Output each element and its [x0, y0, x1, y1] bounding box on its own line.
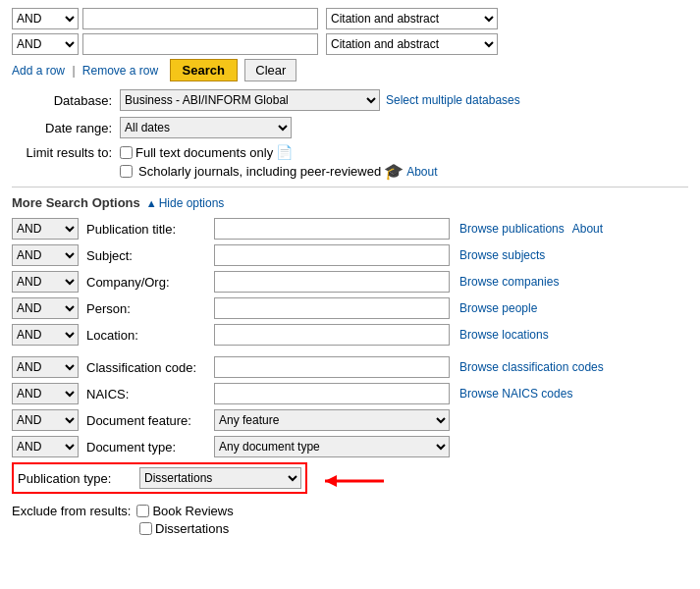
company-label: Company/Org: [82, 275, 210, 290]
remove-row-link[interactable]: Remove a row [82, 64, 158, 78]
naics-operator[interactable]: ANDORNOT [12, 383, 79, 404]
full-text-icon: 📄 [276, 144, 293, 160]
browse-locations-link[interactable]: Browse locations [459, 328, 549, 342]
pub-title-label: Publication title: [82, 222, 210, 237]
scholarly-text: Scholarly journals, including peer-revie… [138, 164, 381, 179]
exclude-book-reviews-checkbox[interactable] [136, 505, 149, 517]
date-range-row: Date range: All dates Last year Last 5 y… [12, 117, 688, 138]
location-row: ANDORNOT Location: Browse locations [12, 324, 688, 346]
more-options-bar: More Search Options ▲ Hide options [12, 195, 688, 210]
field-select-2[interactable]: Citation and abstract Title Abstract Aut… [326, 33, 498, 55]
limit-results-label: Limit results to: [12, 145, 120, 160]
subject-row: ANDORNOT Subject: Browse subjects [12, 244, 688, 266]
pub-type-label: Publication type: [18, 471, 135, 486]
exclude-dissertations-checkbox[interactable] [139, 522, 152, 535]
pub-type-select[interactable]: All publication types Books Dissertation… [139, 467, 301, 489]
search-button[interactable]: Search [170, 59, 238, 81]
doc-feature-select[interactable]: Any feature Charts Tables Graphs Images [214, 409, 450, 431]
exclude-label: Exclude from results: [12, 504, 131, 518]
hide-options-link[interactable]: ▲ Hide options [146, 196, 225, 210]
scholarly-checkbox[interactable] [120, 165, 133, 178]
database-label: Database: [12, 93, 120, 108]
date-range-select[interactable]: All dates Last year Last 5 years Last 10… [120, 117, 292, 138]
person-input[interactable] [214, 297, 450, 319]
location-operator[interactable]: ANDORNOT [12, 324, 79, 346]
scholarly-label[interactable]: Scholarly journals, including peer-revie… [120, 162, 438, 181]
company-input[interactable] [214, 271, 450, 293]
pub-type-box: Publication type: All publication types … [12, 462, 307, 494]
location-label: Location: [82, 328, 210, 343]
pub-type-container: Publication type: All publication types … [12, 462, 688, 499]
browse-people-link[interactable]: Browse people [459, 301, 537, 315]
row-action-separator: | [72, 64, 75, 78]
naics-input[interactable] [214, 383, 450, 404]
classification-label: Classification code: [82, 360, 210, 375]
location-input[interactable] [214, 324, 450, 346]
browse-naics-link[interactable]: Browse NAICS codes [459, 387, 572, 401]
more-options-label: More Search Options [12, 195, 140, 210]
person-operator[interactable]: ANDORNOT [12, 297, 79, 319]
svg-marker-1 [325, 475, 337, 487]
browse-classification-link[interactable]: Browse classification codes [459, 360, 604, 374]
doc-feature-label: Document feature: [82, 413, 210, 428]
exclude-book-reviews-text: Book Reviews [152, 504, 233, 518]
limit-label-row: Limit results to: Full text documents on… [12, 144, 688, 160]
search-input-1[interactable] [82, 8, 318, 29]
pub-title-operator[interactable]: ANDORNOT [12, 218, 79, 240]
exclude-dissertations-text: Dissertations [155, 521, 229, 536]
pub-title-input[interactable] [214, 218, 450, 240]
naics-label: NAICS: [82, 387, 210, 402]
full-text-checkbox[interactable] [120, 146, 133, 159]
red-arrow-icon [315, 467, 404, 495]
exclude-book-reviews-label[interactable]: Book Reviews [136, 504, 233, 518]
pub-title-about-link[interactable]: About [572, 222, 603, 236]
database-row: Database: Business - ABI/INFORM Global S… [12, 89, 688, 111]
scholarly-row: Scholarly journals, including peer-revie… [120, 162, 688, 181]
clear-button[interactable]: Clear [244, 59, 296, 81]
scholarly-cap-icon: 🎓 [384, 162, 404, 181]
classification-operator[interactable]: ANDORNOT [12, 356, 79, 378]
row-actions-bar: Add a row document.querySelector('[data-… [12, 59, 688, 81]
pub-title-row: ANDORNOT Publication title: Browse publi… [12, 218, 688, 240]
exclude-dissertations-row: Dissertations [139, 521, 688, 536]
classification-row: ANDORNOT Classification code: Browse cla… [12, 356, 688, 378]
search-input-2[interactable] [82, 33, 318, 55]
doc-feature-row: ANDORNOT Document feature: Any feature C… [12, 409, 688, 431]
database-select[interactable]: Business - ABI/INFORM Global Science Hea… [120, 89, 380, 111]
field-select-1[interactable]: Citation and abstract Title Abstract Aut… [326, 8, 498, 29]
exclude-dissertations-label[interactable]: Dissertations [139, 521, 229, 536]
hide-options-text: Hide options [159, 196, 225, 210]
classification-input[interactable] [214, 356, 450, 378]
date-range-label: Date range: [12, 121, 120, 135]
doc-type-row: ANDORNOT Document type: Any document typ… [12, 436, 688, 457]
naics-row: ANDORNOT NAICS: Browse NAICS codes [12, 383, 688, 404]
subject-label: Subject: [82, 248, 210, 263]
full-text-text: Full text documents only [135, 145, 273, 160]
search-row-2: AND OR NOT Citation and abstract Title A… [12, 33, 688, 55]
person-row: ANDORNOT Person: Browse people [12, 297, 688, 319]
browse-publications-link[interactable]: Browse publications [459, 222, 565, 236]
select-multiple-databases-link[interactable]: Select multiple databases [386, 93, 520, 107]
operator-select-2[interactable]: AND OR NOT [12, 33, 79, 55]
limit-results-section: Limit results to: Full text documents on… [12, 144, 688, 181]
doc-type-label: Document type: [82, 440, 210, 455]
exclude-section: Exclude from results: Book Reviews Disse… [12, 504, 688, 536]
subject-input[interactable] [214, 244, 450, 266]
company-row: ANDORNOT Company/Org: Browse companies [12, 271, 688, 293]
browse-subjects-link[interactable]: Browse subjects [459, 248, 545, 262]
doc-feature-operator[interactable]: ANDORNOT [12, 409, 79, 431]
operator-select-1[interactable]: AND OR NOT [12, 8, 79, 29]
search-row-1: AND OR NOT Citation and abstract Title A… [12, 8, 688, 29]
scholarly-about-link[interactable]: About [406, 165, 437, 179]
person-label: Person: [82, 301, 210, 316]
add-row-link[interactable]: Add a row [12, 64, 65, 78]
doc-type-select[interactable]: Any document type Article Book Conferenc… [214, 436, 450, 457]
browse-companies-link[interactable]: Browse companies [459, 275, 559, 289]
exclude-row: Exclude from results: Book Reviews [12, 504, 688, 518]
subject-operator[interactable]: ANDORNOT [12, 244, 79, 266]
caret-up-icon: ▲ [146, 197, 157, 209]
doc-type-operator[interactable]: ANDORNOT [12, 436, 79, 457]
full-text-label[interactable]: Full text documents only 📄 [120, 144, 293, 160]
company-operator[interactable]: ANDORNOT [12, 271, 79, 293]
section-divider-1 [12, 187, 688, 187]
